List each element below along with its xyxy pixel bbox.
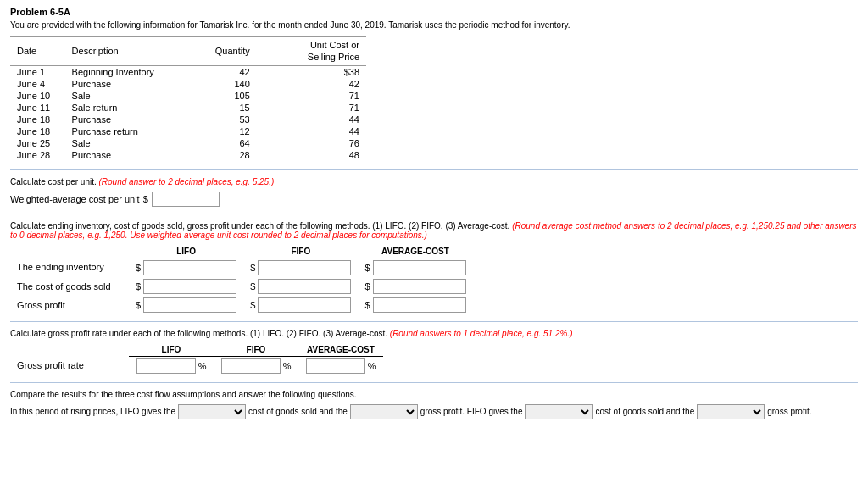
input-cell-avg-gpr: % <box>298 356 383 375</box>
section1-round-note: (Round answer to 2 decimal places, e.g. … <box>99 177 275 186</box>
dollar-lifo-gp: $ <box>136 300 141 310</box>
weighted-avg-input[interactable] <box>152 192 220 207</box>
gpr-col-empty <box>10 343 129 357</box>
avg-ending-inventory-input[interactable] <box>373 260 466 275</box>
cell-desc: Purchase return <box>65 125 184 137</box>
table-row: June 4 Purchase 140 42 <box>10 78 366 90</box>
compare-instruction: Compare the results for the three cost f… <box>10 390 858 399</box>
divider-4 <box>10 382 858 383</box>
cell-date: June 10 <box>10 90 65 102</box>
cell-qty: 12 <box>184 125 257 137</box>
cell-date: June 11 <box>10 102 65 114</box>
input-cell-fifo-cogs: $ <box>243 277 358 296</box>
label-gpr: Gross profit rate <box>10 356 129 375</box>
cell-date: June 18 <box>10 125 65 137</box>
dollar-avg-gp: $ <box>364 300 370 310</box>
col-empty <box>10 245 129 258</box>
avg-cogs-input[interactable] <box>373 279 466 294</box>
cell-date: June 1 <box>10 65 65 78</box>
avg-gross-profit-input[interactable] <box>373 297 466 313</box>
table-row: June 28 Purchase 28 48 <box>10 149 366 161</box>
cell-date: June 18 <box>10 114 65 125</box>
cell-price: 71 <box>257 102 366 114</box>
lifo-cogs-input[interactable] <box>143 279 236 294</box>
section3-instruction: Calculate gross profit rate under each o… <box>10 329 858 338</box>
compare-part2-after: cost of goods sold and the <box>595 407 694 416</box>
cell-desc: Purchase <box>65 114 184 125</box>
cell-price: 44 <box>257 125 366 137</box>
cell-qty: 140 <box>184 78 257 90</box>
fifo-ending-inventory-input[interactable] <box>258 260 351 275</box>
label-ending-inventory: The ending inventory <box>10 258 129 277</box>
compare-sentence-start: In this period of rising prices, LIFO gi… <box>10 407 175 416</box>
section-calc-methods: Calculate ending inventory, cost of good… <box>10 221 858 314</box>
cell-date: June 4 <box>10 78 65 90</box>
row-ending-inventory: The ending inventory $ $ $ <box>10 258 473 277</box>
dollar-avg-ei: $ <box>364 263 370 273</box>
input-cell-fifo-gp: $ <box>243 296 358 314</box>
compare-part1-end: gross profit. FIFO gives the <box>420 407 523 416</box>
cell-qty: 15 <box>184 102 257 114</box>
divider-3 <box>10 321 858 322</box>
fifo-gross-profit-input[interactable] <box>258 297 351 313</box>
pct-sign-fifo: % <box>283 361 292 371</box>
dollar-fifo-cogs: $ <box>250 281 255 292</box>
cell-price: 42 <box>257 78 366 90</box>
cell-desc: Sale <box>65 90 184 102</box>
col-fifo: FIFO <box>243 245 358 258</box>
avg-gpr-input[interactable] <box>306 358 365 374</box>
cell-desc: Sale <box>65 137 184 149</box>
fifo-cogs-input[interactable] <box>258 279 351 294</box>
input-cell-lifo-ei: $ <box>129 258 243 277</box>
section2-instruction: Calculate ending inventory, cost of good… <box>10 221 858 240</box>
gpr-col-fifo: FIFO <box>214 343 298 357</box>
fifo-gpr-input[interactable] <box>221 358 281 374</box>
table-row: June 11 Sale return 15 71 <box>10 102 366 114</box>
lifo-profit-dropdown[interactable]: highest lowest <box>350 404 418 419</box>
table-row: June 18 Purchase 53 44 <box>10 114 366 125</box>
compare-row: In this period of rising prices, LIFO gi… <box>10 404 858 419</box>
lifo-ending-inventory-input[interactable] <box>143 260 236 275</box>
fifo-cogs-dropdown[interactable]: highest lowest <box>525 404 593 419</box>
weighted-avg-label: Weighted-average cost per unit <box>10 194 140 204</box>
input-cell-fifo-gpr: % <box>214 356 298 375</box>
section-compare: Compare the results for the three cost f… <box>10 390 858 419</box>
pct-sign-lifo: % <box>198 361 207 371</box>
lifo-gross-profit-input[interactable] <box>143 297 236 313</box>
table-row: June 18 Purchase return 12 44 <box>10 125 366 137</box>
cell-date: June 25 <box>10 137 65 149</box>
section-gpr: Calculate gross profit rate under each o… <box>10 329 858 375</box>
cell-desc: Sale return <box>65 102 184 114</box>
compare-part1-after: cost of goods sold and the <box>248 407 348 416</box>
col-lifo: LIFO <box>129 245 243 258</box>
problem-title: Problem 6-5A <box>10 7 858 17</box>
lifo-cogs-dropdown[interactable]: highest lowest <box>178 404 246 419</box>
lifo-gpr-input[interactable] <box>136 358 196 374</box>
section3-round-note: (Round answers to 1 decimal place, e.g. … <box>390 329 573 338</box>
pct-sign-avg: % <box>368 361 376 371</box>
gpr-table: LIFO FIFO AVERAGE-COST Gross profit rate… <box>10 343 383 375</box>
cell-price: 48 <box>257 149 366 161</box>
divider-2 <box>10 214 858 214</box>
row-gpr: Gross profit rate % % % <box>10 356 383 375</box>
dollar-sign-1: $ <box>143 194 148 204</box>
table-row: June 1 Beginning Inventory 42 $38 <box>10 65 366 78</box>
cell-desc: Purchase <box>65 149 184 161</box>
input-cell-avg-gp: $ <box>358 296 472 314</box>
table-row: June 25 Sale 64 76 <box>10 137 366 149</box>
gpr-col-lifo: LIFO <box>129 343 214 357</box>
dollar-lifo-ei: $ <box>136 263 141 273</box>
cell-qty: 64 <box>184 137 257 149</box>
cell-price: 44 <box>257 114 366 125</box>
fifo-profit-dropdown[interactable]: highest lowest <box>697 404 765 419</box>
input-cell-fifo-ei: $ <box>243 258 358 277</box>
intro-text: You are provided with the following info… <box>10 20 858 30</box>
col-quantity: Quantity <box>184 37 257 66</box>
input-cell-lifo-gpr: % <box>129 356 214 375</box>
section-weighted-avg: Calculate cost per unit. (Round answer t… <box>10 177 858 207</box>
gpr-col-avgcost: AVERAGE-COST <box>298 343 383 357</box>
cell-desc: Purchase <box>65 78 184 90</box>
dollar-fifo-gp: $ <box>250 300 255 310</box>
weighted-avg-row: Weighted-average cost per unit $ <box>10 192 858 207</box>
cell-price: $38 <box>257 65 366 78</box>
